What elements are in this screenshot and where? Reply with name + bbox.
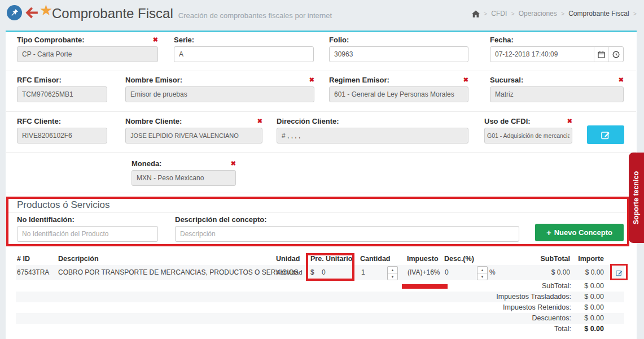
moneda-label: Moneda: [132, 159, 161, 168]
breadcrumb-separator: > [561, 10, 564, 17]
folio-input[interactable] [329, 46, 468, 62]
pin-icon[interactable] [7, 5, 22, 20]
field-rfc-emisor: RFC Emisor: [17, 75, 107, 102]
serie-input[interactable] [174, 46, 314, 62]
nombre-emisor-input [125, 86, 314, 102]
cantidad-stepper[interactable]: ▲ ▼ [387, 266, 398, 280]
field-no-identificacion: No Identifiación: [17, 215, 158, 242]
clear-moneda-icon[interactable]: ✖ [231, 160, 236, 167]
field-sucursal: Sucursal: ✖ [490, 75, 624, 102]
descuento-step-down-icon[interactable]: ▼ [477, 273, 487, 280]
cell-impuesto: (IVA)+16% [408, 265, 440, 280]
cantidad-step-up-icon[interactable]: ▲ [388, 267, 397, 273]
cell-importe: $ 0.00 [564, 265, 604, 280]
th-descripcion: Descripción [58, 255, 99, 263]
row-divider [6, 152, 636, 153]
rfc-cliente-input [17, 128, 107, 144]
cell-precio-unitario[interactable]: 0 [322, 265, 326, 280]
breadcrumb-item-comprobante-fiscal: Comprobante Fiscal [568, 10, 629, 18]
fecha-label: Fecha: [490, 36, 514, 44]
soporte-tecnico-label: Soporte tecnico [633, 171, 641, 224]
field-tipo-comprobante: Tipo Comprobante: ✖ [17, 35, 158, 62]
tipo-comprobante-label: Tipo Comprobante: [17, 36, 85, 44]
breadcrumb-item-operaciones[interactable]: Operaciones [519, 10, 557, 18]
th-importe: Importe [564, 255, 604, 263]
sucursal-label: Sucursal: [490, 76, 523, 84]
calendar-icon[interactable] [594, 47, 608, 62]
regimen-emisor-input [329, 86, 468, 102]
descripcion-concepto-input[interactable] [175, 226, 519, 242]
serie-label: Serie: [174, 36, 194, 44]
breadcrumb-separator: > [484, 10, 487, 17]
fecha-input-group [490, 46, 624, 62]
clock-icon[interactable] [608, 47, 623, 62]
edit-cliente-button[interactable] [587, 125, 624, 144]
th-cantidad: Cantidad [360, 255, 390, 263]
breadcrumb-separator: > [511, 10, 514, 17]
field-rfc-cliente: RFC Cliente: [17, 116, 107, 144]
clear-sucursal-icon[interactable]: ✖ [619, 77, 624, 83]
rfc-emisor-input [17, 86, 107, 102]
breadcrumb-item-cfdi[interactable]: CFDI [491, 10, 507, 18]
descuento-stepper[interactable]: ▲ ▼ [477, 266, 488, 280]
total-total-label: Total: [395, 324, 571, 334]
clear-nombre-emisor-icon[interactable]: ✖ [309, 77, 314, 83]
field-moneda: Moneda: ✖ [132, 159, 236, 186]
nombre-emisor-label: Nombre Emisor: [125, 76, 182, 84]
field-descripcion-concepto: Descripción del concepto: [175, 215, 519, 242]
row-divider [6, 193, 636, 193]
section-divider [8, 212, 627, 213]
regimen-emisor-label: Regimen Emisor: [329, 76, 389, 84]
cell-percent-suffix: % [489, 265, 496, 280]
total-trasladados-label: Impuestos Trasladados: [395, 292, 571, 302]
cell-unidad: Actividad [276, 265, 303, 280]
pencil-square-icon [601, 131, 610, 140]
nombre-cliente-label: Nombre Cliente: [125, 117, 182, 125]
cell-id: 67543TRA [17, 265, 49, 280]
field-direccion-cliente: Dirección Cliente: [277, 116, 468, 144]
total-subtotal-label: SubTotal: [395, 281, 571, 292]
field-regimen-emisor: Regimen Emisor: ✖ [329, 75, 468, 102]
rfc-emisor-label: RFC Emisor: [17, 76, 62, 84]
page-title-group: Comprobante Fiscal Creación de comproban… [52, 6, 332, 21]
cell-cantidad[interactable]: 1 [361, 265, 365, 280]
uso-cfdi-label: Uso de CFDI: [484, 117, 531, 125]
clear-regimen-emisor-icon[interactable]: ✖ [463, 77, 468, 83]
plus-icon: + [546, 228, 551, 237]
cell-descripcion: COBRO POR TRANSPORTE DE MERCANCIAS, PROD… [58, 265, 299, 280]
total-descuentos-value: $ 0.00 [547, 313, 604, 324]
back-arrow-icon[interactable] [25, 7, 38, 19]
clear-tipo-comprobante-icon[interactable]: ✖ [153, 37, 158, 43]
uso-cfdi-input [484, 128, 572, 144]
pushpin-icon-glyph [10, 8, 19, 17]
total-descuentos-label: Descuentos: [395, 313, 571, 324]
direccion-cliente-label: Dirección Cliente: [277, 117, 339, 125]
cantidad-step-down-icon[interactable]: ▼ [388, 273, 397, 280]
favorite-star-icon[interactable]: ★ [40, 3, 52, 18]
descuento-step-up-icon[interactable]: ▲ [477, 267, 487, 273]
cell-subtotal: $ 0.00 [525, 265, 570, 280]
total-total-value: $ 0.00 [547, 324, 604, 334]
soporte-tecnico-tab[interactable]: Soporte tecnico [629, 153, 644, 243]
no-identificacion-label: No Identifiación: [17, 215, 75, 224]
total-subtotal-value: $ 0.00 [547, 281, 604, 292]
edit-row-button[interactable] [612, 267, 626, 279]
page: ★ Comprobante Fiscal Creación de comprob… [0, 0, 644, 339]
th-subtotal: SubTotal [525, 255, 570, 263]
clear-nombre-cliente-icon[interactable]: ✖ [257, 118, 262, 124]
nuevo-concepto-button[interactable]: + Nuevo Concepto [535, 224, 624, 241]
home-icon[interactable] [472, 10, 480, 18]
fecha-input[interactable] [490, 47, 594, 62]
th-unidad: Unidad [276, 255, 300, 263]
no-identificacion-input[interactable] [17, 226, 158, 242]
folio-label: Folio: [329, 36, 349, 44]
total-retenidos-label: Impuestos Retenidos: [395, 302, 571, 313]
total-trasladados-value: $ 0.00 [547, 292, 604, 302]
sucursal-input [490, 86, 624, 102]
field-nombre-emisor: Nombre Emisor: ✖ [125, 75, 314, 102]
cell-descuento[interactable]: 0 [445, 265, 449, 280]
clear-uso-cfdi-icon[interactable]: ✖ [567, 118, 572, 124]
row-divider [6, 71, 636, 71]
pencil-square-icon [616, 268, 623, 277]
th-descuento: Desc.(%) [444, 255, 474, 263]
